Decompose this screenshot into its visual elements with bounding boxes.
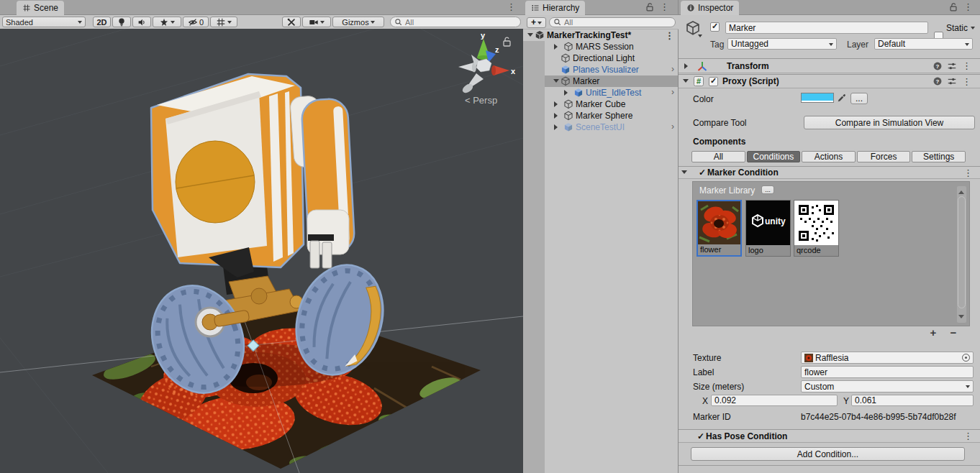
- eyedropper-icon[interactable]: [837, 93, 847, 103]
- scroll-down-icon[interactable]: [958, 315, 964, 321]
- lock-icon[interactable]: [948, 2, 958, 12]
- gameobject-active-checkbox[interactable]: [710, 22, 720, 32]
- hierarchy-item-directional-light[interactable]: Directional Light: [545, 52, 678, 64]
- add-condition-button[interactable]: Add Condition...: [691, 447, 965, 461]
- tab-scene[interactable]: Scene: [17, 1, 64, 15]
- has-pose-kebab[interactable]: ⋮: [963, 431, 973, 441]
- foldout-collapsed-icon[interactable]: [554, 44, 561, 50]
- foldout-collapsed-icon[interactable]: [554, 101, 561, 107]
- prefab-open-chevron[interactable]: ›: [671, 64, 674, 74]
- gameobject-name-input[interactable]: Marker: [725, 22, 928, 34]
- gizmo-x-axis-cone[interactable]: [494, 65, 509, 75]
- hierarchy-scene-root-row[interactable]: MarkerTrackingTest* ⋮: [523, 29, 678, 41]
- library-entry-flower[interactable]: flower: [697, 200, 742, 257]
- tab-actions[interactable]: Actions: [802, 151, 856, 162]
- toggle-2d-button[interactable]: 2D: [93, 17, 111, 27]
- hierarchy-item-marker-cube[interactable]: Marker Cube: [545, 98, 678, 110]
- hierarchy-item-planes-visualizer[interactable]: Planes Visualizer ›: [545, 64, 678, 75]
- marker-library-more-button[interactable]: ...: [761, 185, 774, 194]
- tab-inspector[interactable]: Inspector: [681, 1, 739, 15]
- scene-visibility-button[interactable]: 0: [183, 17, 209, 27]
- scroll-up-icon[interactable]: [958, 188, 964, 194]
- texture-object-field[interactable]: Rafflesia: [801, 352, 974, 364]
- foldout-expanded-icon[interactable]: [553, 79, 559, 86]
- library-remove-button[interactable]: −: [947, 328, 960, 339]
- scene-orientation-gizmo[interactable]: y z x < Persp: [458, 31, 516, 106]
- foldout-expanded-icon[interactable]: [683, 79, 689, 86]
- scene-search-input[interactable]: All: [390, 17, 521, 27]
- gizmos-dropdown[interactable]: Gizmos: [332, 17, 384, 27]
- static-dropdown-chevron[interactable]: [971, 27, 975, 32]
- size-dropdown[interactable]: Custom: [801, 380, 974, 392]
- library-entry-qrcode[interactable]: qrcode: [794, 200, 839, 257]
- scene-viewport[interactable]: y z x < Persp: [0, 29, 523, 473]
- color-field[interactable]: [801, 93, 834, 103]
- tab-hierarchy[interactable]: Hierarchy: [525, 1, 585, 15]
- tab-forces[interactable]: Forces: [857, 151, 911, 162]
- transform-component-header[interactable]: Transform ⋮: [679, 58, 980, 73]
- hierarchy-item-scenetestui[interactable]: SceneTestUI ›: [545, 121, 678, 133]
- chevron-down-icon: [371, 21, 375, 26]
- presets-icon[interactable]: [947, 76, 957, 86]
- has-pose-condition-header[interactable]: Has Pose Condition ⋮: [679, 429, 980, 443]
- hierarchy-item-marker[interactable]: Marker: [545, 75, 678, 87]
- tab-all[interactable]: All: [691, 151, 745, 162]
- gameobject-icon[interactable]: [685, 20, 701, 36]
- marker-condition-header[interactable]: Marker Condition ⋮: [679, 166, 980, 179]
- create-object-button[interactable]: +: [527, 17, 546, 28]
- foldout-collapsed-icon[interactable]: [554, 124, 561, 130]
- prefab-open-chevron[interactable]: ›: [671, 87, 674, 97]
- lock-icon[interactable]: [645, 2, 655, 12]
- scene-effects-button[interactable]: [153, 17, 181, 27]
- library-scrollbar[interactable]: [957, 186, 966, 323]
- scene-audio-button[interactable]: [132, 17, 151, 27]
- proxy-kebab[interactable]: ⋮: [962, 77, 971, 86]
- library-entry-logo[interactable]: unity logo: [745, 200, 791, 257]
- projection-mode-label[interactable]: < Persp: [465, 95, 497, 106]
- hierarchy-item-marker-sphere[interactable]: Marker Sphere: [545, 110, 678, 121]
- scene-root-kebab[interactable]: ⋮: [665, 31, 674, 40]
- search-icon: [553, 18, 562, 27]
- foldout-expanded-icon[interactable]: [681, 170, 687, 177]
- hierarchy-list-icon: [531, 4, 540, 12]
- hierarchy-item-unite-idletest[interactable]: UnitE_IdleTest ›: [545, 87, 678, 98]
- hierarchy-panel-kebab[interactable]: ⋮: [660, 2, 669, 12]
- label-input[interactable]: flower: [801, 366, 974, 378]
- object-picker-icon[interactable]: [962, 354, 970, 362]
- prefab-open-chevron[interactable]: ›: [671, 121, 674, 132]
- tag-dropdown[interactable]: Untagged: [727, 38, 837, 50]
- scene-panel-kebab[interactable]: ⋮: [507, 2, 516, 12]
- layer-dropdown[interactable]: Default: [874, 38, 973, 50]
- library-add-button[interactable]: +: [927, 328, 940, 339]
- tab-settings[interactable]: Settings: [912, 151, 966, 162]
- shading-mode-dropdown[interactable]: Shaded: [2, 17, 86, 27]
- color-more-button[interactable]: ...: [850, 93, 868, 104]
- transform-kebab[interactable]: ⋮: [962, 61, 971, 70]
- gizmo-lock-icon[interactable]: [504, 37, 510, 46]
- scene-lighting-button[interactable]: [112, 17, 131, 27]
- scene-camera-button[interactable]: [302, 17, 331, 27]
- chevron-down-icon[interactable]: [698, 35, 702, 40]
- hierarchy-item-mars-session[interactable]: MARS Session: [545, 41, 678, 52]
- presets-icon[interactable]: [947, 61, 957, 71]
- size-y-input[interactable]: 0.061: [851, 395, 974, 406]
- tab-conditions[interactable]: Conditions: [747, 151, 801, 162]
- foldout-collapsed-icon[interactable]: [564, 90, 571, 96]
- scrollbar-thumb[interactable]: [958, 196, 966, 308]
- help-icon[interactable]: [933, 61, 943, 71]
- hierarchy-search-input[interactable]: All: [549, 17, 676, 27]
- foldout-collapsed-icon[interactable]: [554, 113, 561, 119]
- marker-condition-kebab[interactable]: ⋮: [963, 168, 973, 178]
- gameobject-cube-icon: [561, 76, 571, 86]
- component-tools-button[interactable]: [282, 17, 301, 27]
- proxy-enabled-checkbox[interactable]: [709, 77, 718, 86]
- inspector-panel-kebab[interactable]: ⋮: [963, 2, 973, 12]
- size-x-input[interactable]: 0.092: [711, 395, 838, 406]
- compare-simulation-button[interactable]: Compare in Simulation View: [804, 116, 975, 129]
- help-icon[interactable]: [933, 76, 943, 86]
- grid-visibility-button[interactable]: [210, 17, 237, 27]
- foldout-expanded-icon[interactable]: [527, 33, 533, 40]
- has-pose-title: Has Pose Condition: [706, 431, 787, 441]
- foldout-collapsed-icon[interactable]: [684, 63, 691, 69]
- proxy-component-header[interactable]: Proxy (Script) ⋮: [679, 74, 980, 88]
